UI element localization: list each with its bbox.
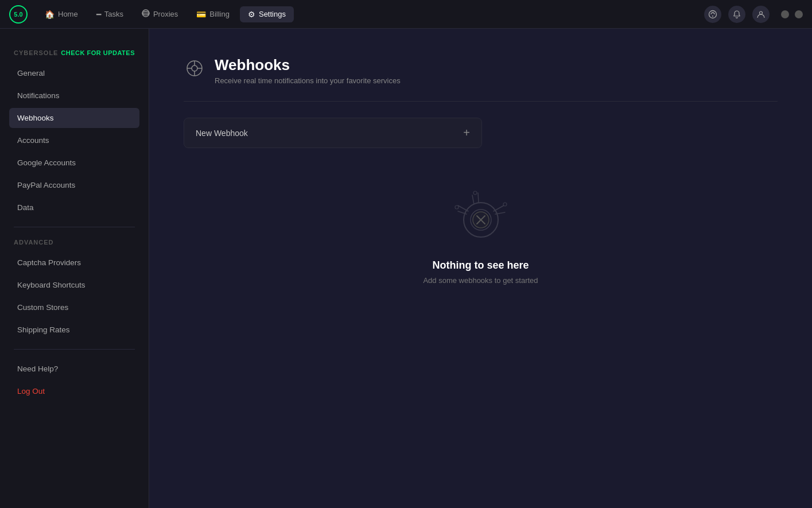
svg-point-7 — [192, 65, 197, 71]
nav-label-tasks: Tasks — [104, 10, 123, 18]
page-subtitle: Receive real time notifications into you… — [215, 76, 401, 85]
sidebar-item-data[interactable]: Data — [9, 197, 139, 218]
content-header-text: Webhooks Receive real time notifications… — [215, 56, 401, 85]
svg-point-25 — [503, 203, 507, 206]
sidebar-item-paypal-accounts[interactable]: PayPal Accounts — [9, 175, 139, 195]
content-area: Webhooks Receive real time notifications… — [149, 29, 812, 508]
billing-icon: 💳 — [196, 10, 206, 19]
minimize-button[interactable]: — — [781, 10, 789, 18]
nav-item-billing[interactable]: 💳 Billing — [188, 6, 238, 22]
svg-line-22 — [472, 195, 474, 204]
nav-item-proxies[interactable]: Proxies — [134, 6, 186, 22]
empty-state: Nothing to see here Add some webhooks to… — [184, 148, 778, 285]
content-divider — [184, 101, 778, 102]
titlebar: 5.0 🏠 Home ━ Tasks Proxies 💳 Billing — [0, 0, 812, 29]
sidebar-advanced-label: ADVANCED — [9, 236, 139, 250]
svg-point-3 — [709, 10, 717, 18]
profile-icon-btn[interactable] — [752, 6, 770, 23]
nav-label-settings: Settings — [259, 10, 286, 18]
new-webhook-label: New Webhook — [196, 129, 248, 138]
svg-line-18 — [458, 205, 468, 211]
notifications-icon-btn[interactable] — [728, 6, 745, 23]
empty-state-icon — [441, 183, 521, 246]
window-controls: — ✕ — [781, 10, 803, 18]
svg-point-5 — [760, 11, 763, 14]
close-button[interactable]: ✕ — [795, 10, 803, 18]
proxies-icon — [142, 9, 150, 19]
empty-state-title: Nothing to see here — [432, 259, 529, 272]
empty-state-subtitle: Add some webhooks to get started — [423, 276, 538, 285]
app-logo: 5.0 — [9, 5, 28, 24]
captcha-icon-btn[interactable] — [704, 6, 721, 23]
sidebar-item-google-accounts[interactable]: Google Accounts — [9, 153, 139, 173]
sidebar-item-webhooks[interactable]: Webhooks — [9, 108, 139, 128]
nav-item-home[interactable]: 🏠 Home — [37, 6, 86, 22]
need-help-link[interactable]: Need Help? — [9, 359, 139, 379]
svg-line-23 — [478, 193, 479, 203]
new-webhook-button[interactable]: New Webhook + — [184, 118, 482, 148]
sidebar-divider-1 — [14, 227, 135, 227]
nav-item-tasks[interactable]: ━ Tasks — [88, 6, 131, 22]
nav-items: 🏠 Home ━ Tasks Proxies 💳 Billing ⚙ Setti… — [37, 6, 700, 22]
nav-label-home: Home — [58, 10, 78, 18]
sidebar-divider-2 — [14, 349, 135, 350]
webhooks-header-icon — [184, 57, 205, 79]
check-updates-button[interactable]: CHECK FOR UPDATES — [61, 49, 135, 56]
nav-label-proxies: Proxies — [153, 10, 178, 18]
page-title: Webhooks — [215, 56, 401, 74]
svg-point-24 — [455, 205, 459, 209]
nav-label-billing: Billing — [209, 10, 230, 18]
titlebar-right: — ✕ — [704, 6, 803, 23]
sidebar-item-captcha-providers[interactable]: Captcha Providers — [9, 253, 139, 273]
sidebar-item-keyboard-shortcuts[interactable]: Keyboard Shortcuts — [9, 275, 139, 295]
svg-point-26 — [473, 191, 477, 195]
logout-button[interactable]: Log Out — [9, 381, 139, 401]
sidebar-item-accounts[interactable]: Accounts — [9, 130, 139, 150]
content-header: Webhooks Receive real time notifications… — [184, 56, 778, 85]
nav-item-settings[interactable]: ⚙ Settings — [240, 6, 294, 22]
home-icon: 🏠 — [45, 10, 55, 19]
sidebar-item-notifications[interactable]: Notifications — [9, 86, 139, 106]
sidebar-section-header: CYBERSOLE CHECK FOR UPDATES — [9, 49, 139, 56]
plus-icon: + — [463, 126, 470, 139]
sidebar-item-custom-stores[interactable]: Custom Stores — [9, 297, 139, 317]
sidebar-section-title: CYBERSOLE — [14, 49, 58, 56]
sidebar: CYBERSOLE CHECK FOR UPDATES General Noti… — [0, 29, 149, 508]
svg-line-20 — [494, 205, 504, 211]
svg-point-4 — [712, 15, 713, 17]
settings-icon: ⚙ — [248, 10, 255, 19]
main-layout: CYBERSOLE CHECK FOR UPDATES General Noti… — [0, 29, 812, 508]
sidebar-item-general[interactable]: General — [9, 63, 139, 83]
sidebar-item-shipping-rates[interactable]: Shipping Rates — [9, 320, 139, 340]
tasks-icon: ━ — [96, 10, 101, 19]
